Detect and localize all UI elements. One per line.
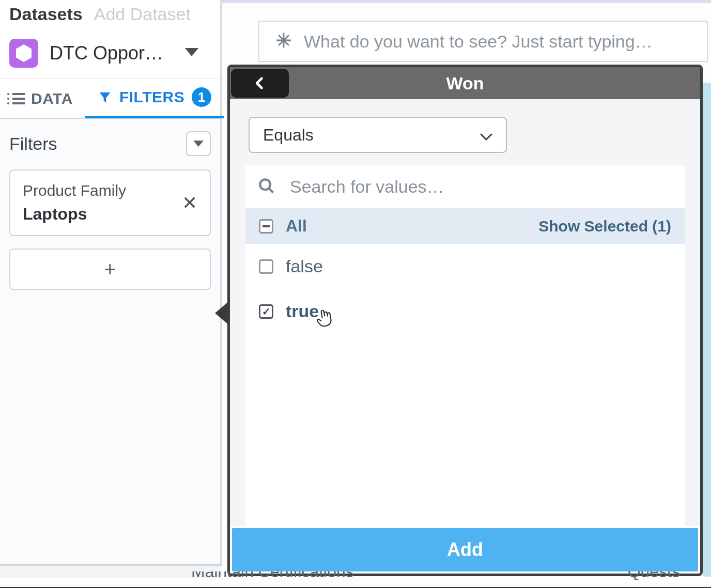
add-button[interactable]: Add — [232, 528, 698, 571]
close-icon[interactable]: ✕ — [182, 192, 197, 214]
svg-point-2 — [260, 179, 270, 190]
footer-bar: Maintain Certifications Quests — [0, 571, 711, 587]
filters-heading: Filters — [9, 134, 57, 154]
value-search-input[interactable]: Search for values… — [245, 165, 685, 208]
tab-filters[interactable]: FILTERS 1 — [85, 79, 224, 118]
option-label: false — [286, 256, 323, 276]
select-all-row[interactable]: All Show Selected (1) — [245, 208, 685, 244]
filters-dropdown-button[interactable] — [186, 131, 211, 156]
filter-chip-product-family[interactable]: Product Family Laptops ✕ — [9, 169, 211, 236]
footer-right-text: Quests — [628, 571, 680, 581]
checkbox-checked-icon[interactable] — [259, 304, 273, 319]
checkbox-icon[interactable] — [259, 259, 273, 274]
background-top-strip — [222, 0, 711, 3]
popup-body: Equals Search for values… All Show Selec… — [230, 99, 700, 526]
show-selected-link[interactable]: Show Selected (1) — [538, 218, 671, 235]
all-label: All — [286, 216, 307, 236]
svg-line-3 — [269, 188, 273, 193]
checkbox-indeterminate-icon[interactable] — [259, 219, 273, 234]
option-row-true[interactable]: true — [245, 289, 685, 334]
back-button[interactable] — [231, 69, 289, 98]
list-icon — [12, 93, 25, 104]
dataset-icon — [9, 39, 38, 68]
plus-icon: + — [104, 258, 116, 281]
chevron-down-icon — [480, 126, 492, 145]
popup-header: Won — [230, 67, 700, 99]
filter-count-badge: 1 — [192, 87, 211, 107]
filter-value-popup: Won Equals Search for values… All — [227, 65, 703, 576]
search-placeholder: Search for values… — [290, 177, 444, 197]
dataset-name: DTC Oppor… — [50, 42, 174, 64]
filter-field-label: Product Family — [23, 182, 126, 199]
operator-select[interactable]: Equals — [249, 117, 507, 153]
popup-title: Won — [230, 73, 700, 94]
dataset-selector[interactable]: DTC Oppor… — [9, 39, 211, 68]
add-button-label: Add — [447, 539, 483, 561]
values-panel: Search for values… All Show Selected (1)… — [245, 165, 685, 526]
datasets-heading: Datasets — [9, 4, 83, 24]
search-icon — [258, 177, 275, 197]
filters-section: Filters Product Family Laptops ✕ + — [0, 119, 220, 302]
filter-icon — [98, 90, 112, 104]
left-sidebar: Datasets Add Dataset DTC Oppor… DATA FIL… — [0, 0, 222, 566]
add-filter-button[interactable]: + — [9, 249, 211, 290]
footer-left-text: Maintain Certifications — [191, 571, 354, 581]
query-input-area[interactable]: What do you want to see? Just start typi… — [258, 21, 708, 62]
option-label: true — [286, 301, 319, 321]
query-placeholder: What do you want to see? Just start typi… — [304, 32, 653, 52]
sparkle-icon — [275, 32, 292, 51]
sidebar-tabs: DATA FILTERS 1 — [0, 79, 220, 119]
operator-label: Equals — [263, 126, 314, 145]
option-row-false[interactable]: false — [245, 244, 685, 289]
add-dataset-link[interactable]: Add Dataset — [94, 4, 191, 24]
dataset-header: Datasets Add Dataset DTC Oppor… — [0, 0, 220, 79]
svg-marker-0 — [185, 48, 198, 56]
tab-data[interactable]: DATA — [0, 79, 85, 118]
chevron-down-icon — [185, 48, 198, 58]
svg-marker-1 — [193, 141, 204, 147]
tab-data-label: DATA — [31, 90, 73, 107]
filter-value-label: Laptops — [23, 205, 126, 224]
tab-filters-label: FILTERS — [119, 88, 184, 106]
background-chart-strip — [703, 83, 711, 577]
